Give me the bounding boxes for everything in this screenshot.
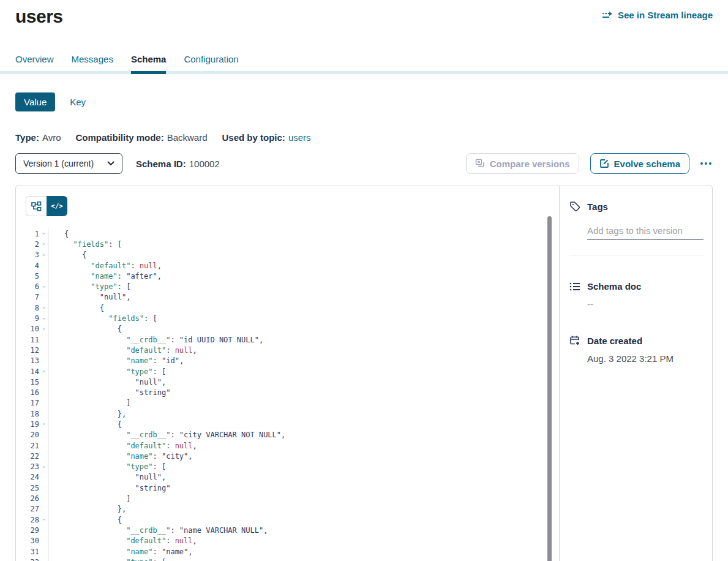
code-text: "null", xyxy=(49,473,166,481)
code-line: 29 "__crdb__": "name VARCHAR NULL", xyxy=(16,525,550,535)
tags-heading: Tags xyxy=(587,201,608,212)
evolve-schema-button[interactable]: Evolve schema xyxy=(590,153,689,174)
fold-arrow-icon[interactable]: ▾ xyxy=(39,241,48,247)
code-text: "__crdb__": "name VARCHAR NULL", xyxy=(49,526,268,535)
tab-underline-track xyxy=(0,71,728,74)
code-line: 4 "default": null, xyxy=(16,260,550,271)
stream-lineage-icon xyxy=(602,11,614,20)
fold-arrow-icon[interactable]: ▾ xyxy=(39,284,48,290)
code-text: "fields": [ xyxy=(49,314,157,323)
more-options-button[interactable] xyxy=(699,159,713,168)
stream-lineage-label: See in Stream lineage xyxy=(618,10,713,20)
fold-arrow-icon[interactable]: ▾ xyxy=(39,464,48,470)
code-text: "name": "after", xyxy=(49,272,162,280)
code-line: 12 "default": null, xyxy=(16,345,550,355)
fold-arrow-icon[interactable]: ▾ xyxy=(39,316,48,322)
code-text: "default": null, xyxy=(49,346,197,355)
code-text: "default": null, xyxy=(49,262,162,270)
fold-arrow-icon[interactable]: ▾ xyxy=(39,369,48,374)
code-text: { xyxy=(49,230,69,238)
code-text: }, xyxy=(49,505,126,513)
line-number: 31 xyxy=(16,548,39,556)
topic-link[interactable]: users xyxy=(288,132,311,143)
compatibility-value: Backward xyxy=(167,132,208,143)
line-number: 5 xyxy=(16,272,39,280)
code-text: { xyxy=(49,420,122,429)
tag-icon xyxy=(569,201,580,212)
code-view-button[interactable]: </> xyxy=(47,196,67,216)
schema-controls-row: Version 1 (current) Schema ID:100002 Com… xyxy=(15,153,713,174)
code-text: "string" xyxy=(49,484,170,492)
list-icon xyxy=(569,282,580,292)
sidebar-divider xyxy=(569,255,704,255)
code-line: 26 ] xyxy=(16,493,550,503)
code-text: "name": "id", xyxy=(49,356,184,365)
type-field: Type:Avro xyxy=(15,132,61,143)
code-line: 31 "name": "name", xyxy=(16,546,550,557)
code-line: 32▾ "type": [ xyxy=(16,557,550,561)
see-in-stream-lineage-link[interactable]: See in Stream lineage xyxy=(602,6,713,20)
fold-arrow-icon[interactable]: ▾ xyxy=(39,252,48,258)
code-line: 8▾ { xyxy=(16,303,550,313)
key-toggle-link[interactable]: Key xyxy=(70,97,86,107)
code-text: "default": null, xyxy=(49,442,197,450)
line-number: 6 xyxy=(16,282,39,291)
schema-doc-value: -- xyxy=(587,299,704,309)
line-number: 29 xyxy=(16,526,39,535)
code-line: 7 "null", xyxy=(16,292,550,303)
code-line: 9▾ "fields": [ xyxy=(16,313,550,323)
compare-versions-button[interactable]: Compare versions xyxy=(466,153,579,174)
code-text: { xyxy=(49,325,122,333)
tree-hierarchy-icon xyxy=(31,201,42,211)
code-line: 1▾{ xyxy=(16,228,550,239)
add-tags-input[interactable] xyxy=(587,224,704,240)
code-text: "__crdb__": "id UUID NOT NULL", xyxy=(49,336,263,344)
code-line: 25 "string" xyxy=(16,483,550,493)
code-line: 5 "name": "after", xyxy=(16,271,550,281)
line-number: 11 xyxy=(16,336,39,344)
code-line: 13 "name": "id", xyxy=(16,356,550,366)
tree-view-button[interactable] xyxy=(26,196,47,216)
value-toggle-button[interactable]: Value xyxy=(15,92,55,111)
schema-id-label: Schema ID: xyxy=(136,159,186,169)
code-line: 6▾ "type": [ xyxy=(16,281,550,292)
date-created-section: Date created Aug. 3 2022 3:21 PM xyxy=(569,335,704,364)
code-line: 20 "__crdb__": "city VARCHAR NOT NULL", xyxy=(16,430,550,440)
code-text: "string" xyxy=(49,388,170,397)
line-number: 9 xyxy=(16,314,39,323)
fold-arrow-icon[interactable]: ▾ xyxy=(39,231,48,236)
calendar-plus-icon xyxy=(569,335,580,346)
date-created-heading: Date created xyxy=(587,336,642,346)
tab-bar: Overview Messages Schema Configuration xyxy=(15,54,713,74)
fold-arrow-icon[interactable]: ▾ xyxy=(39,305,48,311)
code-line: 15 "null", xyxy=(16,377,550,387)
fold-arrow-icon[interactable]: ▾ xyxy=(39,326,48,332)
line-number: 25 xyxy=(16,484,39,492)
line-number: 12 xyxy=(16,346,39,355)
line-number: 16 xyxy=(16,388,39,397)
line-number: 4 xyxy=(16,262,39,270)
schema-id-field: Schema ID:100002 xyxy=(136,159,220,169)
schema-doc-section: Schema doc -- xyxy=(569,281,704,309)
line-number: 19 xyxy=(16,420,39,429)
fold-arrow-icon[interactable]: ▾ xyxy=(39,421,48,427)
version-select[interactable]: Version 1 (current) xyxy=(15,153,122,174)
fold-arrow-icon[interactable]: ▾ xyxy=(39,517,48,522)
tab-schema[interactable]: Schema xyxy=(131,54,167,74)
code-line: 16 "string" xyxy=(16,387,550,397)
code-line: 21 "default": null, xyxy=(16,440,550,451)
code-text: "type": [ xyxy=(49,282,130,291)
edit-icon xyxy=(599,159,609,168)
code-text: }, xyxy=(49,410,126,418)
schema-doc-heading: Schema doc xyxy=(587,281,641,292)
used-by-topic-label: Used by topic: xyxy=(222,132,285,143)
schema-sidebar: Tags Schema doc -- xyxy=(560,186,712,561)
code-line: 14▾ "type": [ xyxy=(16,366,550,377)
value-key-toggle: Value Key xyxy=(15,92,713,111)
line-number: 22 xyxy=(16,452,39,461)
editor-scrollbar-thumb[interactable] xyxy=(547,216,552,561)
evolve-schema-label: Evolve schema xyxy=(614,159,680,169)
schema-editor-pane: </> 1▾{2▾ "fields": [3▾ {4 "default": nu… xyxy=(16,186,559,561)
code-line: 2▾ "fields": [ xyxy=(16,239,550,249)
line-number: 27 xyxy=(16,505,39,513)
